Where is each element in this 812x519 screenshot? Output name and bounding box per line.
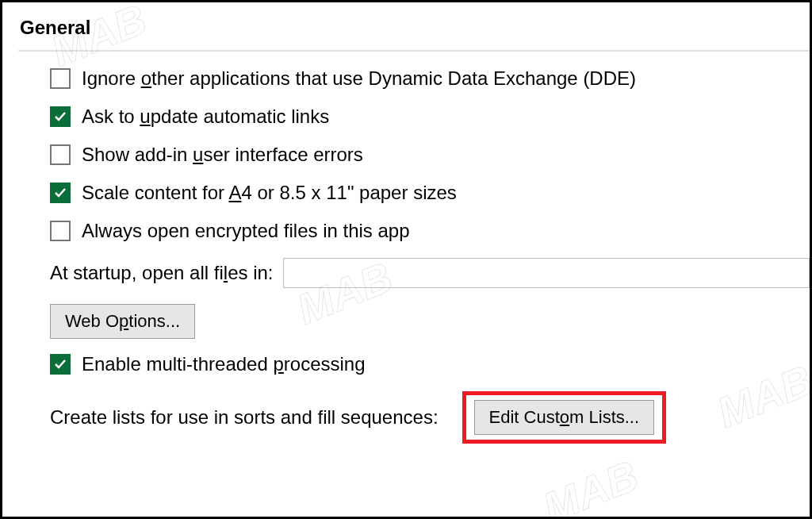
checkmark-icon: [54, 358, 67, 371]
checkbox-always-open-encrypted[interactable]: [50, 221, 71, 241]
startup-folder-input[interactable]: [283, 258, 810, 288]
option-always-open-encrypted: Always open encrypted files in this app: [50, 220, 810, 242]
label-always-open-encrypted: Always open encrypted files in this app: [82, 220, 410, 242]
section-divider: [18, 50, 810, 52]
option-ask-update: Ask to update automatic links: [50, 106, 810, 128]
option-show-addin-errors: Show add-in user interface errors: [50, 144, 810, 166]
checkbox-enable-multithreaded[interactable]: [50, 354, 71, 375]
label-enable-multithreaded: Enable multi-threaded processing: [82, 353, 366, 375]
section-title-general: General: [18, 17, 810, 39]
highlight-edit-custom-lists: Edit Custom Lists...: [462, 391, 667, 444]
startup-label: At startup, open all files in:: [50, 262, 274, 284]
custom-lists-row: Create lists for use in sorts and fill s…: [50, 391, 810, 444]
checkbox-ignore-dde[interactable]: [50, 68, 71, 89]
option-ignore-dde: Ignore other applications that use Dynam…: [50, 67, 810, 90]
option-scale-a4: Scale content for A4 or 8.5 x 11" paper …: [50, 182, 810, 204]
checkbox-scale-a4[interactable]: [50, 183, 71, 203]
checkmark-icon: [54, 186, 67, 199]
checkbox-show-addin-errors[interactable]: [50, 144, 71, 165]
edit-custom-lists-button[interactable]: Edit Custom Lists...: [474, 400, 655, 435]
label-show-addin-errors: Show add-in user interface errors: [82, 144, 363, 166]
general-options-group: Ignore other applications that use Dynam…: [18, 67, 810, 444]
web-options-button[interactable]: Web Options...: [50, 304, 195, 339]
label-scale-a4: Scale content for A4 or 8.5 x 11" paper …: [82, 182, 457, 204]
label-ignore-dde: Ignore other applications that use Dynam…: [82, 67, 636, 90]
checkbox-ask-update[interactable]: [50, 106, 71, 127]
watermark: MAB: [536, 450, 645, 519]
option-enable-multithreaded: Enable multi-threaded processing: [50, 353, 810, 375]
web-options-row: Web Options...: [50, 304, 810, 339]
startup-open-files-row: At startup, open all files in:: [50, 258, 810, 288]
options-panel: General Ignore other applications that u…: [0, 0, 812, 519]
custom-lists-label: Create lists for use in sorts and fill s…: [50, 406, 439, 429]
checkmark-icon: [54, 110, 67, 123]
label-ask-update: Ask to update automatic links: [82, 106, 329, 128]
